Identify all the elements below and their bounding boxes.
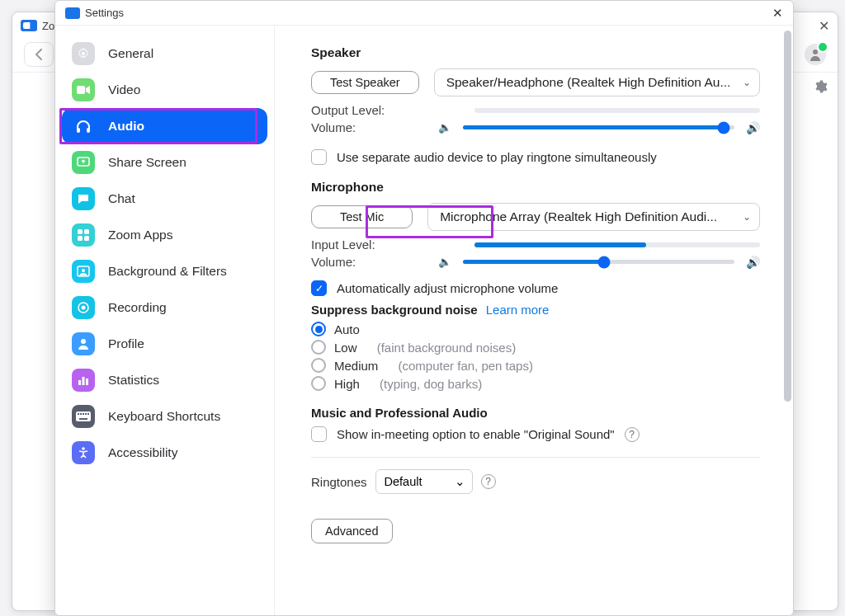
svg-rect-19 <box>78 413 79 415</box>
settings-content: Speaker Test Speaker Speaker/Headphone (… <box>275 26 793 615</box>
accessibility-icon <box>72 441 95 464</box>
speaker-volume-slider[interactable] <box>463 125 734 129</box>
sidebar-label: Accessibility <box>108 445 177 460</box>
radio-icon <box>311 322 326 336</box>
sidebar-item-profile[interactable]: Profile <box>62 326 267 362</box>
sidebar-label: Audio <box>108 119 144 134</box>
sidebar-item-chat[interactable]: Chat <box>62 181 267 217</box>
svg-point-11 <box>82 269 85 272</box>
sidebar-item-zoom-apps[interactable]: Zoom Apps <box>62 217 267 253</box>
speaker-volume-label: Volume: <box>311 120 427 134</box>
chevron-down-icon: ⌄ <box>743 211 751 223</box>
auto-adjust-checkbox[interactable]: ✓ <box>311 280 327 296</box>
scrollbar[interactable] <box>784 31 791 402</box>
sidebar-label: Keyboard Shortcuts <box>108 409 220 424</box>
input-level-label: Input Level: <box>311 237 427 252</box>
settings-sidebar: General Video Audio Share Screen Chat Zo… <box>55 26 275 615</box>
radio-label: Auto <box>334 322 360 336</box>
mic-input-meter <box>474 242 760 247</box>
svg-rect-7 <box>84 229 89 234</box>
sidebar-item-share-screen[interactable]: Share Screen <box>62 144 267 181</box>
divider <box>311 457 760 458</box>
separate-ringtone-label: Use separate audio device to play ringto… <box>337 150 657 164</box>
ringtones-select[interactable]: Default ⌄ <box>375 469 473 494</box>
suppress-option-auto[interactable]: Auto <box>311 322 760 336</box>
advanced-button[interactable]: Advanced <box>311 519 393 543</box>
chevron-down-icon: ⌄ <box>455 475 465 488</box>
svg-rect-17 <box>86 379 88 385</box>
slider-knob[interactable] <box>717 121 729 134</box>
svg-point-1 <box>82 52 85 55</box>
svg-rect-16 <box>83 377 85 385</box>
volume-high-icon: 🔊 <box>746 121 760 134</box>
sidebar-item-background[interactable]: Background & Filters <box>62 253 267 289</box>
speaker-device-select[interactable]: Speaker/Headphone (Realtek High Definiti… <box>434 68 760 96</box>
help-icon[interactable]: ? <box>625 427 640 442</box>
help-icon[interactable]: ? <box>481 474 496 489</box>
svg-point-13 <box>82 306 86 310</box>
mic-volume-label: Volume: <box>311 255 427 269</box>
svg-point-25 <box>82 447 85 450</box>
sidebar-item-statistics[interactable]: Statistics <box>62 362 267 398</box>
profile-icon <box>72 332 95 355</box>
test-speaker-button[interactable]: Test Speaker <box>311 71 419 94</box>
zoom-logo-icon <box>21 20 37 31</box>
gear-icon <box>813 79 828 94</box>
original-sound-checkbox[interactable] <box>311 426 327 442</box>
ringtones-label: Ringtones <box>311 475 367 489</box>
gear-icon <box>72 42 95 65</box>
avatar[interactable] <box>805 44 826 65</box>
suppress-option-high[interactable]: High (typing, dog barks) <box>311 376 760 391</box>
svg-rect-23 <box>87 413 89 415</box>
svg-rect-3 <box>77 128 80 133</box>
sidebar-item-audio[interactable]: Audio <box>62 108 267 144</box>
zoom-logo-icon <box>65 7 80 19</box>
suppress-option-medium[interactable]: Medium (computer fan, pen taps) <box>311 358 760 373</box>
volume-low-icon: 🔈 <box>438 256 451 268</box>
speaker-output-meter <box>474 108 760 113</box>
mic-device-value: Microphone Array (Realtek High Definitio… <box>440 209 717 224</box>
svg-rect-15 <box>78 380 81 385</box>
slider-knob[interactable] <box>598 256 611 268</box>
svg-point-14 <box>81 339 86 344</box>
keyboard-icon <box>72 405 95 428</box>
suppress-heading: Suppress background noise <box>311 303 478 317</box>
separate-ringtone-checkbox[interactable] <box>311 149 327 165</box>
apps-icon <box>72 223 95 247</box>
sidebar-item-keyboard[interactable]: Keyboard Shortcuts <box>62 398 267 435</box>
sidebar-label: Profile <box>108 336 144 351</box>
ringtones-value: Default <box>385 475 422 488</box>
radio-icon <box>311 358 326 373</box>
sidebar-item-recording[interactable]: Recording <box>62 289 267 326</box>
bg-close-button[interactable]: ✕ <box>819 18 829 34</box>
sidebar-label: Zoom Apps <box>108 228 172 242</box>
settings-gear-button[interactable] <box>811 78 829 96</box>
back-button[interactable] <box>24 42 54 67</box>
microphone-heading: Microphone <box>311 180 760 195</box>
sidebar-label: Chat <box>108 191 135 206</box>
mic-volume-slider[interactable] <box>463 260 734 264</box>
sidebar-label: General <box>108 46 153 61</box>
radio-label: High <box>334 377 360 391</box>
sidebar-label: Share Screen <box>108 155 186 170</box>
mic-device-select[interactable]: Microphone Array (Realtek High Definitio… <box>427 203 760 231</box>
sidebar-label: Background & Filters <box>108 264 227 279</box>
test-mic-button[interactable]: Test Mic <box>311 205 413 228</box>
radio-hint: (computer fan, pen taps) <box>399 359 533 373</box>
sidebar-item-general[interactable]: General <box>62 35 267 72</box>
video-icon <box>72 78 95 101</box>
svg-rect-21 <box>83 413 84 415</box>
svg-rect-6 <box>78 229 83 234</box>
sidebar-item-video[interactable]: Video <box>62 72 267 108</box>
chevron-down-icon: ⌄ <box>743 77 751 88</box>
svg-rect-18 <box>76 411 91 421</box>
sidebar-label: Recording <box>108 300 167 315</box>
settings-window: Settings ✕ General Video Audio Share Scr… <box>54 0 794 616</box>
learn-more-link[interactable]: Learn more <box>486 303 550 317</box>
settings-close-button[interactable]: ✕ <box>772 6 783 21</box>
headphones-icon <box>72 115 95 138</box>
share-screen-icon <box>72 151 95 174</box>
sidebar-item-accessibility[interactable]: Accessibility <box>62 435 267 471</box>
suppress-option-low[interactable]: Low (faint background noises) <box>311 340 760 355</box>
sidebar-label: Video <box>108 82 140 97</box>
